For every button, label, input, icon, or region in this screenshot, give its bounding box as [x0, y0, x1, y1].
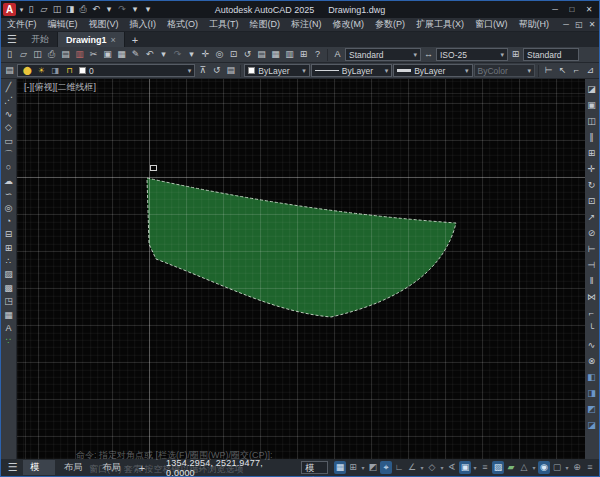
layer-previous-icon[interactable]: ↺	[210, 64, 223, 77]
table-icon[interactable]: ▦	[2, 309, 15, 322]
selection-cycling-icon[interactable]: ▰	[505, 461, 517, 474]
customization-icon[interactable]: ≡	[584, 461, 596, 474]
snap-mode-icon[interactable]: ⊞	[347, 461, 359, 474]
designcenter-icon[interactable]: ▦	[269, 48, 282, 61]
gradient-icon[interactable]: ▩	[2, 282, 15, 295]
menu-format[interactable]: 格式(O)	[167, 18, 198, 31]
transparency-icon[interactable]: ▨	[492, 461, 504, 474]
menu-modify[interactable]: 修改(M)	[333, 18, 365, 31]
menu-parametric[interactable]: 参数(P)	[375, 18, 405, 31]
pan-icon[interactable]: ✛	[199, 48, 212, 61]
break-at-point-icon[interactable]: ⊣	[585, 257, 598, 273]
model-tab[interactable]: 模型	[23, 460, 54, 475]
tool-palettes-icon[interactable]: ▥	[283, 48, 296, 61]
extra-tool-icon-2[interactable]: ↖	[556, 64, 569, 77]
extra-tool-icon-4[interactable]: ⊿	[584, 64, 597, 77]
layer-thaw-sun-icon[interactable]: ☀	[35, 64, 48, 77]
menu-draw[interactable]: 绘图(D)	[250, 18, 281, 31]
tab-start[interactable]: 开始	[23, 32, 58, 47]
plot-preview-icon[interactable]: ▤	[59, 48, 72, 61]
polar-tracking-icon[interactable]: ∠	[406, 461, 418, 474]
text-style-dropdown[interactable]: Standard▾	[345, 48, 421, 61]
layer-vp-freeze-icon[interactable]: ◨	[49, 64, 62, 77]
layout1-tab[interactable]: 布局1	[57, 460, 93, 475]
plot-icon[interactable]: ⎙	[45, 48, 58, 61]
model-paper-toggle[interactable]: 模型	[301, 461, 328, 474]
maximize-button[interactable]: □	[564, 3, 580, 16]
minimize-button[interactable]: ─	[547, 3, 563, 16]
text-style-icon[interactable]: A	[331, 48, 344, 61]
rotate-icon[interactable]: ↻	[585, 177, 598, 193]
plot-icon[interactable]: ⎙	[77, 3, 89, 16]
layer-states-icon[interactable]: ▤	[224, 64, 237, 77]
new-tab-button[interactable]: +	[125, 32, 145, 47]
infer-constraints-icon[interactable]: ◩	[367, 461, 379, 474]
extend-icon[interactable]: ⊢	[585, 241, 598, 257]
tab-close-icon[interactable]: ×	[111, 35, 116, 45]
linetype-dropdown[interactable]: ByLayer ▾	[311, 64, 392, 77]
logo-caret-icon[interactable]: ▾	[18, 3, 25, 16]
make-object-layer-current-icon[interactable]: ⊼	[196, 64, 209, 77]
spline-icon[interactable]: ∽	[2, 188, 15, 201]
redo-caret[interactable]: ▾	[185, 48, 198, 61]
region-icon[interactable]: ◳	[2, 295, 15, 308]
send-to-back-icon[interactable]: ◨	[585, 385, 598, 401]
autoscale-icon-caret[interactable]: ▾	[564, 464, 570, 471]
line-icon[interactable]: ╱	[2, 81, 15, 94]
bring-to-front-icon[interactable]: ◧	[585, 369, 598, 385]
calculator-icon[interactable]: ⊞	[297, 48, 310, 61]
polar-tracking-icon-caret[interactable]: ▾	[419, 464, 425, 471]
polyline-icon[interactable]: ∿	[2, 108, 15, 121]
lineweight-icon[interactable]: ≡	[479, 461, 491, 474]
doc-minimize-button[interactable]: ─	[560, 18, 572, 31]
save-icon[interactable]: ◫	[51, 3, 63, 16]
fillet-icon[interactable]: ╰	[585, 321, 598, 337]
snap-mode-icon-caret[interactable]: ▾	[360, 464, 366, 471]
autoscale-icon[interactable]: ▢	[551, 461, 563, 474]
zoom-previous-icon[interactable]: ↺	[241, 48, 254, 61]
open-folder-icon[interactable]: ▱	[17, 48, 30, 61]
lineweight-dropdown[interactable]: ByLayer ▾	[393, 64, 472, 77]
drawing-canvas[interactable]: [-][俯视][二维线框]	[17, 79, 585, 459]
undo-icon[interactable]: ↶	[90, 3, 102, 16]
file-tabs-menu-icon[interactable]: ☰	[1, 32, 23, 47]
menu-help[interactable]: 帮助(H)	[519, 18, 550, 31]
undo-caret[interactable]: ▾	[157, 48, 170, 61]
menu-insert[interactable]: 插入(I)	[130, 18, 157, 31]
publish-icon[interactable]: ▥	[73, 48, 86, 61]
polygon-icon[interactable]: ◇	[2, 121, 15, 134]
arc-icon[interactable]: ⌒	[2, 148, 15, 161]
isometric-drafting-icon[interactable]: ◇	[426, 461, 438, 474]
menu-dimension[interactable]: 标注(N)	[291, 18, 322, 31]
layer-dropdown[interactable]: ⬤☀◨⊓ 0 ▾	[17, 64, 195, 77]
trim-icon[interactable]: ⊘	[585, 225, 598, 241]
color-dropdown[interactable]: ByLayer ▾	[244, 64, 309, 77]
dynamic-input-icon[interactable]: ⌖	[380, 461, 392, 474]
layout-menu-icon[interactable]: ☰	[4, 461, 21, 474]
annotation-scale-icon[interactable]: ⊕	[571, 461, 583, 474]
layout2-tab[interactable]: 布局2	[95, 460, 131, 475]
menu-tools[interactable]: 工具(T)	[209, 18, 239, 31]
offset-icon[interactable]: ∥	[585, 129, 598, 145]
extra-tool-icon-1[interactable]: ⊢	[542, 64, 555, 77]
autocad-logo[interactable]: A	[3, 3, 16, 16]
send-below-icon[interactable]: ◪	[585, 417, 598, 433]
mirror-icon[interactable]: ◫	[585, 113, 598, 129]
3d-object-snap-icon[interactable]: △	[518, 461, 530, 474]
erase-icon[interactable]: ◪	[585, 81, 598, 97]
undo-icon[interactable]: ↶	[143, 48, 156, 61]
blend-curves-icon[interactable]: ∿	[585, 337, 598, 353]
revision-cloud-icon[interactable]: ☁	[2, 175, 15, 188]
save-as-icon[interactable]: ◨	[64, 3, 76, 16]
chamfer-icon[interactable]: ⌐	[585, 305, 598, 321]
help-icon[interactable]: ?	[311, 48, 324, 61]
object-snap-tracking-icon[interactable]: ∢	[446, 461, 458, 474]
circle-icon[interactable]: ○	[2, 161, 15, 174]
menu-file[interactable]: 文件(F)	[7, 18, 37, 31]
close-button[interactable]: ✕	[581, 3, 597, 16]
array-icon[interactable]: ⊞	[585, 145, 598, 161]
tab-drawing1[interactable]: Drawing1 ×	[58, 32, 125, 47]
annotation-visibility-icon[interactable]: ◉	[538, 461, 550, 474]
join-icon[interactable]: ⋈	[585, 289, 598, 305]
explode-icon[interactable]: ⊗	[585, 353, 598, 369]
